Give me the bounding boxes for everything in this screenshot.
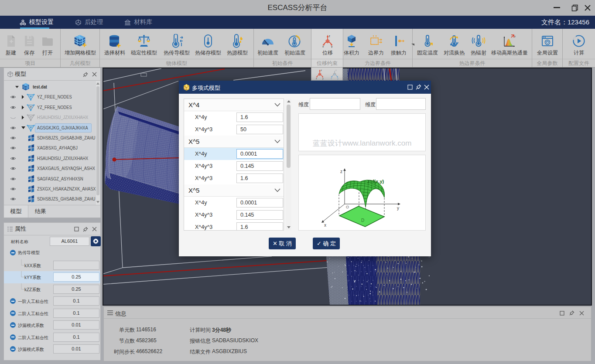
svg-text:z=f(x,y): z=f(x,y) <box>367 179 384 184</box>
svg-text:y: y <box>331 45 333 48</box>
svg-text:y: y <box>322 77 324 80</box>
svg-text:z: z <box>340 169 342 174</box>
svg-text:x: x <box>324 223 326 228</box>
svg-text:z: z <box>329 34 330 37</box>
svg-text:y: y <box>514 35 516 37</box>
svg-text:O: O <box>346 205 349 209</box>
svg-text:z: z <box>335 69 336 71</box>
svg-text:x: x <box>331 77 332 80</box>
svg-text:x: x <box>316 77 317 80</box>
svg-text:z: z <box>320 69 321 71</box>
svg-text:D: D <box>361 218 364 223</box>
svg-text:y: y <box>397 206 399 211</box>
svg-text:y: y <box>337 77 339 80</box>
